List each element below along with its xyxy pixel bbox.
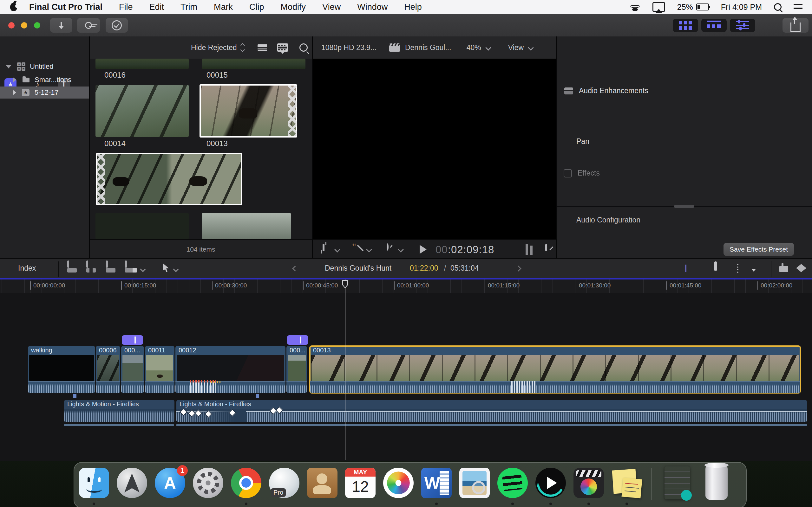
dock-word[interactable]: W bbox=[421, 468, 452, 498]
timeline-clip-00013-selected[interactable]: 00013 bbox=[310, 346, 800, 393]
timeline-clip-00006[interactable]: 00006 bbox=[96, 346, 120, 393]
chevron-down-icon[interactable] bbox=[528, 45, 534, 50]
spotlight-icon[interactable] bbox=[774, 3, 781, 11]
project-name[interactable]: Dennis Goul... bbox=[405, 43, 451, 52]
overwrite-edit-button[interactable] bbox=[125, 262, 137, 273]
chevron-down-icon[interactable] bbox=[485, 45, 491, 50]
timeline-ruler[interactable]: 00:00:00:00 00:00:15:00 00:00:30:00 00:0… bbox=[0, 279, 812, 293]
minimize-window-button[interactable] bbox=[21, 22, 27, 29]
timeline-clip-000a[interactable]: 000... bbox=[121, 346, 144, 393]
timeline-clip-00011[interactable]: 00011 bbox=[145, 346, 174, 393]
clip-thumbnail-partial[interactable] bbox=[202, 213, 291, 239]
format-info[interactable]: 1080p HD 23.9... bbox=[321, 43, 376, 52]
apple-menu-icon[interactable] bbox=[10, 3, 17, 11]
app-menu-title[interactable]: Final Cut Pro Trial bbox=[29, 2, 102, 12]
menu-trim[interactable]: Trim bbox=[181, 2, 197, 12]
chevron-down-icon[interactable] bbox=[173, 266, 179, 272]
dock-video-player[interactable] bbox=[536, 468, 566, 498]
menu-window[interactable]: Window bbox=[357, 2, 388, 12]
close-window-button[interactable] bbox=[8, 22, 14, 29]
dock-calendar[interactable]: MAY12 bbox=[345, 468, 375, 498]
retime-icon[interactable] bbox=[387, 243, 389, 250]
battery-status[interactable]: 25% bbox=[677, 3, 709, 12]
disclosure-open-icon[interactable] bbox=[6, 65, 11, 68]
menu-view[interactable]: View bbox=[322, 2, 341, 12]
menu-edit[interactable]: Edit bbox=[149, 2, 164, 12]
viewer-timecode[interactable]: 00:02:09:18 bbox=[436, 244, 494, 256]
wifi-icon[interactable] bbox=[629, 3, 641, 11]
sidebar-item-untitled[interactable]: ★★★★ Untitled bbox=[0, 60, 89, 72]
panel-divider[interactable] bbox=[89, 37, 90, 258]
crop-tool-icon[interactable] bbox=[322, 244, 324, 251]
keyword-editor-button[interactable] bbox=[77, 18, 100, 33]
airplay-display-icon[interactable] bbox=[653, 2, 665, 12]
clip-thumbnail-selected-wide[interactable] bbox=[96, 153, 242, 205]
viewer-canvas[interactable] bbox=[312, 59, 556, 239]
dock-launchpad[interactable] bbox=[117, 468, 147, 498]
notification-center-icon[interactable] bbox=[794, 4, 803, 10]
select-tool-icon[interactable] bbox=[162, 263, 169, 272]
clip-thumbnail-00013-selected[interactable] bbox=[200, 84, 297, 137]
zoom-window-button[interactable] bbox=[34, 22, 40, 29]
chevron-down-icon[interactable] bbox=[140, 266, 146, 272]
chevron-down-icon[interactable] bbox=[334, 246, 340, 252]
dock-chrome[interactable] bbox=[231, 468, 261, 498]
filter-popup-chevrons-icon[interactable] bbox=[241, 44, 244, 51]
dock-system-preferences[interactable] bbox=[193, 468, 223, 498]
index-button[interactable]: Index bbox=[18, 264, 36, 273]
sidebar-item-smart-collections[interactable]: Smar...tions bbox=[0, 74, 89, 86]
dock-stickies[interactable] bbox=[612, 468, 642, 498]
dock-photos[interactable] bbox=[383, 468, 414, 498]
play-button[interactable] bbox=[420, 245, 426, 254]
next-project-icon[interactable] bbox=[515, 266, 521, 271]
import-media-button[interactable] bbox=[50, 18, 72, 33]
chevron-down-icon[interactable] bbox=[398, 246, 403, 252]
dock-app-store[interactable]: A1 bbox=[155, 468, 185, 498]
save-effects-preset-button[interactable]: Save Effects Preset bbox=[723, 243, 794, 256]
solo-headphones-icon[interactable] bbox=[714, 262, 717, 268]
playhead[interactable] bbox=[345, 279, 345, 460]
filmstrip-view-icon[interactable] bbox=[277, 43, 288, 52]
timeline-clip-walking[interactable]: walking bbox=[28, 346, 95, 393]
dock-google-earth-pro[interactable]: Pro bbox=[269, 468, 299, 498]
timeline-clip-000b[interactable]: 000... bbox=[287, 346, 307, 393]
search-icon[interactable] bbox=[299, 43, 308, 52]
filter-popup[interactable]: Hide Rejected bbox=[191, 43, 237, 52]
menu-clip[interactable]: Clip bbox=[249, 2, 264, 12]
sidebar-item-5-12-17[interactable]: ★ 5-12-17 bbox=[0, 87, 89, 99]
audio-clip-fireflies-2[interactable]: Lights & Motion - Fireflies bbox=[176, 400, 807, 422]
audio-meters-icon[interactable] bbox=[525, 244, 532, 255]
timeline-marker[interactable] bbox=[122, 335, 143, 345]
menu-bar-clock[interactable]: Fri 4:09 PM bbox=[721, 3, 762, 12]
append-edit-button[interactable] bbox=[106, 262, 115, 273]
clip-thumbnail-partial[interactable] bbox=[96, 213, 189, 239]
fullscreen-icon[interactable] bbox=[545, 244, 547, 251]
chevron-down-icon[interactable] bbox=[366, 246, 372, 252]
dock-minimized-window[interactable] bbox=[664, 466, 690, 499]
menu-help[interactable]: Help bbox=[404, 2, 422, 12]
panel-divider[interactable] bbox=[556, 37, 557, 258]
timeline-clip-00012[interactable]: 00012 bbox=[175, 346, 286, 393]
dock-finder[interactable] bbox=[79, 468, 109, 498]
disclosure-closed-icon[interactable] bbox=[13, 77, 16, 83]
share-button[interactable] bbox=[782, 18, 809, 33]
clip-thumbnail-00014[interactable] bbox=[96, 85, 189, 137]
view-popup[interactable]: View bbox=[508, 43, 524, 52]
dock-trash[interactable] bbox=[705, 464, 728, 500]
show-timeline-button[interactable] bbox=[701, 19, 727, 32]
dock-spotify[interactable] bbox=[497, 468, 528, 498]
timeline-marker[interactable] bbox=[287, 335, 308, 345]
menu-file[interactable]: File bbox=[119, 2, 133, 12]
panel-divider[interactable] bbox=[312, 37, 313, 258]
list-view-icon[interactable] bbox=[258, 44, 267, 51]
connect-edit-button[interactable] bbox=[67, 262, 77, 273]
show-inspector-button[interactable] bbox=[730, 19, 755, 32]
menu-modify[interactable]: Modify bbox=[281, 2, 306, 12]
clip-thumbnail-partial[interactable] bbox=[96, 59, 189, 69]
picture-in-picture-icon[interactable] bbox=[781, 263, 783, 270]
clip-thumbnail-partial[interactable] bbox=[202, 59, 305, 69]
dock-preview[interactable] bbox=[459, 468, 490, 498]
dock-final-cut-pro[interactable] bbox=[573, 468, 604, 498]
zoom-level-popup[interactable]: 40% bbox=[467, 43, 481, 52]
show-browser-button[interactable] bbox=[673, 19, 698, 32]
